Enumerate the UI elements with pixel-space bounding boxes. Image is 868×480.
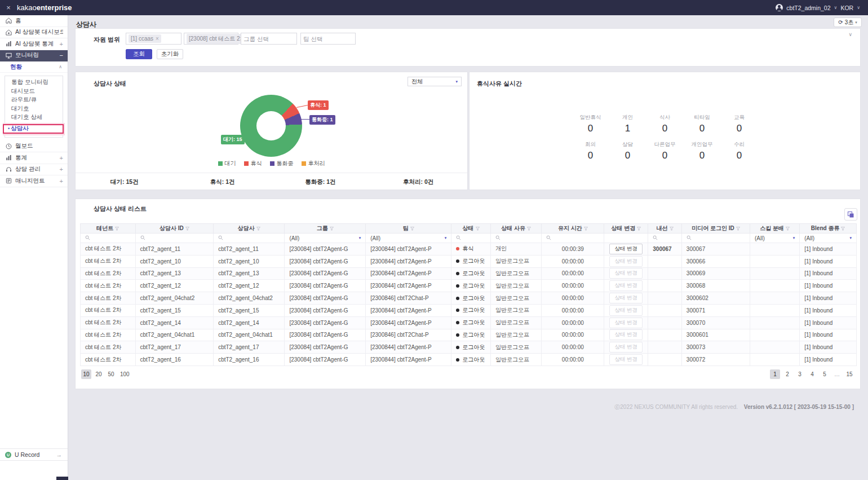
column-header-유지 시간[interactable]: 유지 시간 [542,224,604,234]
sidebar-item-매니지먼트[interactable]: 매니지먼트+ [0,175,68,187]
filter-cell-상담사 ID[interactable] [135,234,214,243]
app-logo: kakaoenterprise [17,3,72,12]
search-icon[interactable] [85,235,90,241]
sidebar-item-AI 상담봇 대시보드[interactable]: AI 상담봇 대시보드 [0,27,68,39]
filter-funnel-icon[interactable] [670,227,674,231]
filter-cell-상담사[interactable] [214,234,285,243]
locale-caret-icon[interactable]: ∨ [857,5,860,10]
sidebar-section-status[interactable]: 현황 ∧ [0,61,68,73]
filter-funnel-icon[interactable] [476,227,480,231]
tenant-filter-input[interactable]: [1] ccaas× [126,33,181,45]
reset-button[interactable]: 초기화 [157,49,183,59]
column-header-테넌트[interactable]: 테넌트 [81,224,136,234]
filter-select[interactable]: (All)▾ [755,235,795,241]
page-3[interactable]: 3 [795,369,805,379]
legend-item-대기: 대기 [218,160,236,168]
filter-cell-미디어 로그인 ID[interactable] [681,234,750,243]
column-header-팀[interactable]: 팀 [366,224,451,234]
user-name[interactable]: cbtT2_admin_02 [786,5,830,11]
filter-select[interactable]: (All)▾ [289,235,361,241]
search-icon[interactable] [456,235,461,241]
search-icon[interactable] [218,235,223,241]
sidebar-item-모니터링[interactable]: 모니터링− [0,50,68,62]
filter-funnel-icon[interactable] [410,227,414,231]
filter-funnel-icon[interactable] [115,227,119,231]
close-icon[interactable]: × [0,3,17,12]
remove-tag-icon[interactable]: × [156,36,159,42]
page-size-100[interactable]: 100 [118,369,131,379]
sidebar-subitem-상담사[interactable]: •상담사 [3,124,64,134]
column-header-상태[interactable]: 상태 [451,224,491,234]
page-5[interactable]: 5 [820,369,830,379]
filter-cell-Blend 종류[interactable]: (All)▾ [800,234,857,243]
sidebar-item-홈[interactable]: 홈 [0,15,68,27]
team-select-input[interactable] [303,36,353,42]
cell-agent-name: cbtT2_agent_11 [214,243,285,256]
export-button[interactable] [844,208,857,221]
search-icon[interactable] [140,235,145,241]
filter-funnel-icon[interactable] [637,227,641,231]
filter-funnel-icon[interactable] [841,227,845,231]
filter-select[interactable]: (All)▾ [370,235,446,241]
cell-skill [750,280,799,292]
filter-cell-상태[interactable] [451,234,491,243]
filter-cell-스킬 분배[interactable]: (All)▾ [750,234,799,243]
filter-cell-테넌트[interactable] [81,234,136,243]
sidebar-subitem-통합 모니터링[interactable]: 통합 모니터링 [5,78,63,87]
filter-select[interactable]: (All)▾ [804,235,852,241]
sidebar-subitem-대기호 상세[interactable]: 대기호 상세 [5,113,63,122]
filter-cell-그룹[interactable]: (All)▾ [285,234,366,243]
sidebar-item-통계[interactable]: 통계+ [0,152,68,164]
column-header-스킬 분배[interactable]: 스킬 분배 [750,224,799,234]
search-icon[interactable] [687,235,692,241]
sidebar-item-u-record[interactable]: U U Record → [0,448,68,461]
filter-cell-유지 시간[interactable] [542,234,604,243]
column-header-미디어 로그인 ID[interactable]: 미디어 로그인 ID [681,224,750,234]
page-1[interactable]: 1 [770,369,780,379]
sidebar-item-상담 관리[interactable]: 상담 관리+ [0,164,68,176]
sidebar-item-월보드[interactable]: 월보드 [0,141,68,153]
page-2[interactable]: 2 [782,369,792,379]
locale-select[interactable]: KOR [840,5,853,11]
sidebar-subitem-라우트/큐[interactable]: 라우트/큐 [5,95,63,104]
filter-cell-내선[interactable] [648,234,682,243]
status-change-button[interactable]: 상태 변경 [609,244,643,254]
status-scope-select[interactable]: 전체 ▾ [408,77,462,86]
filter-cell-상태 사유[interactable] [491,234,542,243]
donut-callout-대기: 대기: 15 [221,135,245,144]
filter-funnel-icon[interactable] [736,227,740,231]
column-header-내선[interactable]: 내선 [648,224,682,234]
column-header-상태 사유[interactable]: 상태 사유 [491,224,542,234]
project-filter-input[interactable]: [23008] cbt 테스트 2차× [184,33,238,45]
column-header-상태 변경[interactable]: 상태 변경 [604,224,648,234]
status-dot-icon [456,297,459,300]
column-header-상담사 ID[interactable]: 상담사 ID [135,224,214,234]
filter-cell-팀[interactable]: (All)▾ [366,234,451,243]
search-icon[interactable] [653,235,658,241]
filter-funnel-icon[interactable] [185,227,189,231]
filter-funnel-icon[interactable] [330,227,334,231]
filter-funnel-icon[interactable] [786,227,790,231]
refresh-interval-button[interactable]: ⟳ 3초 ▾ [834,17,862,27]
page-size-10[interactable]: 10 [81,369,91,379]
filter-funnel-icon[interactable] [527,227,531,231]
search-button[interactable]: 조회 [126,49,152,59]
page-4[interactable]: 4 [807,369,817,379]
sidebar-subitem-대기호[interactable]: 대기호 [5,104,63,113]
group-select-input[interactable] [243,36,294,42]
sidebar-item-AI 상담봇 통계[interactable]: AI 상담봇 통계+ [0,38,68,50]
cell-status-change: 상태 변경 [604,329,648,341]
page-15[interactable]: 15 [844,369,854,379]
column-header-그룹[interactable]: 그룹 [285,224,366,234]
column-header-Blend 종류[interactable]: Blend 종류 [800,224,857,234]
user-menu-caret-icon[interactable]: ∨ [834,5,838,10]
search-icon[interactable] [495,235,501,241]
filter-funnel-icon[interactable] [584,227,588,231]
search-icon[interactable] [546,235,551,241]
sidebar-subitem-대시보드[interactable]: 대시보드 [5,87,63,96]
column-header-상담사[interactable]: 상담사 [214,224,285,234]
page-size-50[interactable]: 50 [106,369,116,379]
page-size-20[interactable]: 20 [94,369,104,379]
filter-funnel-icon[interactable] [256,227,260,231]
collapse-filter-icon[interactable]: ∨ [848,32,852,37]
